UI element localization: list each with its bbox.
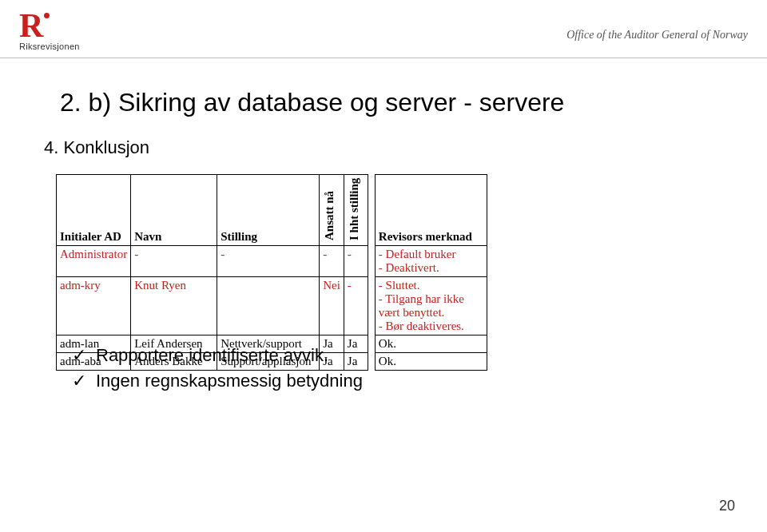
check-icon: ✓ xyxy=(72,371,86,391)
cell-stilling: - xyxy=(217,246,320,277)
cell-navn: Knut Ryen xyxy=(131,277,217,335)
office-line: Office of the Auditor General of Norway xyxy=(566,29,748,42)
cell-stilling xyxy=(217,277,320,335)
bullet-text: Ingen regnskapsmessig betydning xyxy=(96,371,363,391)
cell-initialer: adm-kry xyxy=(57,277,131,335)
header-divider xyxy=(0,58,767,58)
col-navn: Navn xyxy=(131,175,217,246)
list-item: ✓ Rapportere identifiserte avvik. xyxy=(72,345,363,366)
bullet-text: Rapportere identifiserte avvik. xyxy=(96,345,328,366)
logo-dot-icon xyxy=(44,13,50,18)
slide-subhead: 4. Konklusjon xyxy=(44,137,149,158)
slide-title: 2. b) Sikring av database og server - se… xyxy=(60,88,564,117)
logo-letter: R xyxy=(19,7,43,44)
spacer xyxy=(368,277,375,335)
spacer xyxy=(368,246,375,277)
col-stilling: Stilling xyxy=(217,175,320,246)
table-row: adm-kryKnut RyenNei-- Sluttet. - Tilgang… xyxy=(57,277,487,335)
audit-table: Initialer AD Navn Stilling Ansatt nå I h… xyxy=(56,174,487,371)
audit-table-wrap: Initialer AD Navn Stilling Ansatt nå I h… xyxy=(56,174,487,371)
list-item: ✓ Ingen regnskapsmessig betydning xyxy=(72,371,363,391)
slide-header: R Riksrevisjonen Office of the Auditor G… xyxy=(19,13,748,51)
cell-ansatt: Nei xyxy=(320,277,344,335)
cell-merknad: Ok. xyxy=(375,335,487,353)
check-icon: ✓ xyxy=(72,345,86,366)
table-header-row: Initialer AD Navn Stilling Ansatt nå I h… xyxy=(57,175,487,246)
col-initialer: Initialer AD xyxy=(57,175,131,246)
cell-ansatt: - xyxy=(320,246,344,277)
table-row: Administrator----- Default bruker - Deak… xyxy=(57,246,487,277)
page-number: 20 xyxy=(719,498,735,514)
col-hht: I hht stilling xyxy=(344,175,368,246)
cell-hht: - xyxy=(344,246,368,277)
spacer xyxy=(368,335,375,353)
cell-initialer: Administrator xyxy=(57,246,131,277)
bullet-list: ✓ Rapportere identifiserte avvik. ✓ Inge… xyxy=(72,345,363,396)
col-merknad: Revisors merknad xyxy=(375,175,487,246)
cell-merknad: - Default bruker - Deaktivert. xyxy=(375,246,487,277)
cell-navn: - xyxy=(131,246,217,277)
col-ansatt: Ansatt nå xyxy=(320,175,344,246)
spacer xyxy=(368,175,375,246)
cell-merknad: Ok. xyxy=(375,353,487,371)
org-logo: R Riksrevisjonen xyxy=(19,13,80,51)
spacer xyxy=(368,353,375,371)
cell-merknad: - Sluttet. - Tilgang har ikke vært benyt… xyxy=(375,277,487,335)
cell-hht: - xyxy=(344,277,368,335)
